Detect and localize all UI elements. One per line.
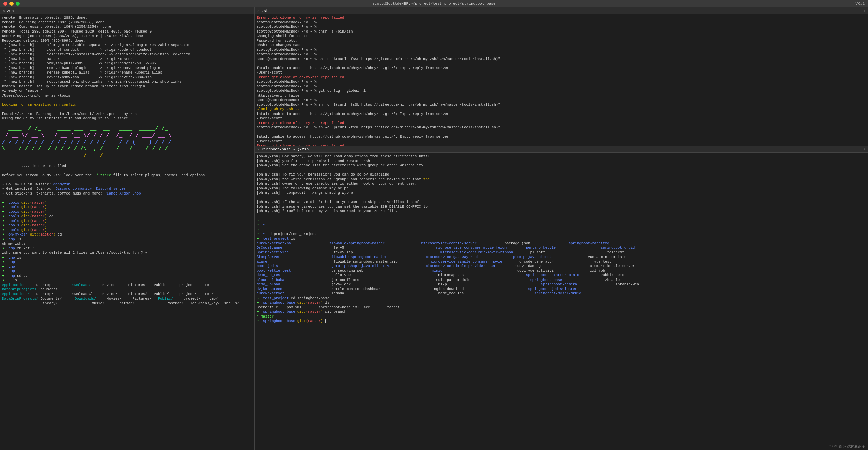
output-line: ➜ tmp rm -rf * (2, 246, 252, 251)
window-title: scott@ScottdeMBP:~/project/test_project/… (372, 2, 495, 6)
output-line: ➜ ~ cd project/test_project (257, 232, 866, 237)
output-line: [oh-my-zsh] insecure directories you can… (257, 205, 866, 209)
output-line: Error: git clone of oh-my-zsh repo faile… (257, 121, 866, 126)
left-pane-title: ✕ zsh (0, 7, 254, 14)
terminal-right-top[interactable]: ✕ zsh ⬆ Error: git clone of oh-my-zsh re… (254, 7, 868, 146)
right-bottom-close-icon[interactable]: ✕ (257, 147, 260, 151)
output-line: scott@ScottdeMacBook-Pro ~ % (257, 48, 866, 53)
output-line: ➜ tmp ls (2, 255, 252, 260)
output-line: ➜ tools git:(master) (2, 210, 252, 214)
output-line: Error: git clone of oh-my-zsh repo faile… (257, 75, 866, 80)
output-line: Changing shell for scott. (257, 34, 866, 39)
output-line: Resolving deltas: 100% (899/899), done. (2, 39, 252, 43)
close-button[interactable] (3, 2, 7, 6)
output-line: oh-my-zsh.sh (2, 242, 252, 246)
output-line: scott@ScottdeMacBook-Pro ~ % chsh -s /bi… (257, 29, 866, 34)
minimize-button[interactable] (9, 2, 14, 6)
output-line (2, 168, 252, 173)
right-bottom-pane-title: ✕ ringboot-base - (-zsh) ⬆ (255, 146, 868, 153)
output-line: eureka-server lambda node_modules spring… (257, 291, 866, 296)
output-line: [oh-my-zsh] See the above list for direc… (257, 163, 866, 168)
output-line: ➜ ~ (257, 227, 866, 232)
output-line: scott@ScottdeMacBook-Pro ~ % sh -c "$(cu… (257, 125, 866, 130)
output-line: /Users/scott (257, 139, 866, 144)
right-top-close-icon[interactable]: ✕ (257, 8, 260, 13)
output-line (257, 214, 866, 219)
output-line: cloud-alibaba jor-conflicts multipart-mo… (257, 278, 866, 283)
right-top-content: Error: git clone of oh-my-zsh repo faile… (255, 14, 868, 146)
output-line: * [new branch] master -> origin/master (2, 57, 252, 62)
output-line: ➜ ~ (257, 223, 866, 228)
output-line: alame flowable-springboot-master.zip mic… (257, 260, 866, 264)
output-line: Already on 'master' (2, 89, 252, 94)
output-line: scott@ScottdeMacBook-Pro ~ % (257, 20, 866, 25)
output-line: remote: Counting objects: 100% (2886/288… (2, 20, 252, 25)
output-line: .....is now installed! (2, 164, 252, 169)
watermark: CSDN @代码大师麦苏瑶 (829, 444, 865, 449)
left-terminal-content: remote: Enumerating objects: 2886, done.… (0, 14, 254, 450)
left-close-icon[interactable]: ✕ (3, 8, 5, 13)
output-line (257, 61, 866, 66)
output-line: * [new branch] robbyrussel-omz-shop-link… (2, 80, 252, 84)
output-line: Branch 'master' set up to track remote b… (2, 84, 252, 89)
output-line: ➜ tools git:(master) (2, 228, 252, 233)
output-line: Before you scream Oh My Zsh! look over t… (2, 173, 252, 178)
output-line: dvjkm-screen kettle-monitor-dashboard ng… (257, 287, 866, 292)
output-line: /Users/scott (257, 70, 866, 75)
output-line: ➜ test_project cd springboot-base (257, 296, 866, 301)
output-line: [oh-my-zsh] The following command may he… (257, 186, 866, 191)
omz-art: / /_/ / / / / / / / / / / /_/ / / /_(__ … (2, 139, 252, 146)
output-line: [oh-my-zsh] If the above didn't help or … (257, 200, 866, 205)
output-line: ➜ springboot-base git:(master) git branc… (257, 310, 866, 314)
output-line: ➜ oh-my-zsh git:(master) cd .. (2, 232, 252, 237)
output-line: ➜ ~ (257, 218, 866, 223)
output-line: remote: Total 2886 (delta 899), reused 1… (2, 29, 252, 34)
output-line: [oh-my-zsh] owner of these directories i… (257, 182, 866, 186)
output-line: Library/ Music/ Postman/ Postman/ JetBra… (2, 301, 252, 306)
output-line: Error: git clone of oh-my-zsh repo faile… (257, 16, 866, 20)
output-line (2, 159, 252, 164)
output-line: ➜ springboot-base git:(master) ls (257, 301, 866, 305)
output-line: * [new branch] code-of-conduct -> origin… (2, 48, 252, 53)
output-line: ➜ tools git:(master) (2, 223, 252, 228)
output-line: * master (257, 314, 866, 319)
terminal-right-bottom[interactable]: ✕ ringboot-base - (-zsh) ⬆ [oh-my-zsh] F… (254, 146, 868, 450)
output-line: boot-kettle-test gs-securing-web minio r… (257, 269, 866, 273)
output-line: scott@ScottdeMacBook-Pro ~ % sh -c "$(cu… (257, 57, 866, 62)
window-tab-label: VC#1 (856, 2, 865, 6)
output-line: * [new branch] rename-kubectl-alias -> o… (2, 70, 252, 75)
right-bottom-tab-label: ringboot-base - (-zsh) (262, 147, 311, 151)
output-line: scott@ScottdeMacBook-Pro ~ % (257, 80, 866, 84)
output-line: * [new branch] ohmyzsh/pull-9005 -> orig… (2, 61, 252, 66)
output-line: • Follow us on Twitter: @ohmyzsh (2, 182, 252, 187)
output-line: ➜ tmp (2, 265, 252, 269)
output-line: ➜ tools git:(master) (2, 205, 252, 210)
output-line: ➜ tools git:(master) (2, 201, 252, 205)
output-line: Receiving objects: 100% (2886/2886), 1.4… (2, 34, 252, 39)
terminals-container: ✕ zsh remote: Enumerating objects: 2886,… (0, 7, 868, 450)
output-line: [oh-my-zsh] "true" before oh-my-zsh is s… (257, 209, 866, 214)
left-tab-label: zsh (7, 9, 14, 13)
output-line: boot-jedis getui-pushapi-java-client-v2 … (257, 264, 866, 269)
output-line: Applications/ Desktop/ Downloads/ Movies… (2, 292, 252, 297)
output-line: eureka-server-ha flowable-springboot-mas… (257, 241, 866, 246)
output-line: fatal: unable to access 'https://github.… (257, 112, 866, 117)
right-top-pane-title: ✕ zsh ⬆ (255, 7, 868, 14)
title-bar: scott@ScottdeMBP:~/project/test_project/… (0, 0, 868, 7)
terminal-left[interactable]: ✕ zsh remote: Enumerating objects: 2886,… (0, 7, 254, 450)
output-line: ➜ tools git:(master) cd .. (2, 214, 252, 219)
omz-art: / __ \/ __ \ / __ `__ \/ / / / /_ / / __… (2, 132, 252, 139)
maximize-button[interactable] (16, 2, 20, 6)
output-line: ➜ tmp ls (2, 237, 252, 242)
output-line: remote: Enumerating objects: 2886, done. (2, 16, 252, 20)
output-line: * [new branch] af-magic-resizable-separa… (2, 43, 252, 48)
right-top-scroll-indicator: ⬆ (863, 9, 865, 13)
output-line (257, 196, 866, 200)
output-line (2, 107, 252, 112)
window-controls (0, 2, 20, 6)
output-line: DataGripProjects/ Documents/ Downloads/ … (2, 296, 252, 301)
output-line: Password for scott: (257, 39, 866, 43)
output-line: [oh-my-zsh] you fix their permissions an… (257, 159, 866, 164)
output-line: [oh-my-zsh] To fix your permissions you … (257, 172, 866, 177)
output-line (2, 196, 252, 201)
